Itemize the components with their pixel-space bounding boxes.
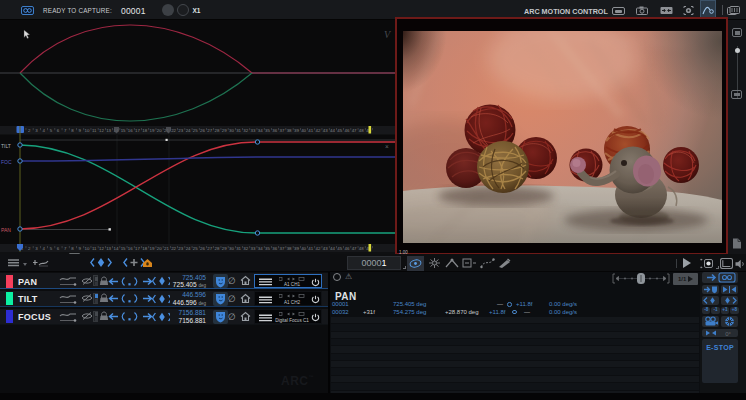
svg-text:28: 28 (214, 246, 219, 251)
svg-text:PAN: PAN (1, 227, 11, 233)
svg-text:38: 38 (287, 246, 292, 251)
svg-text:33: 33 (251, 128, 256, 133)
svg-text:44: 44 (330, 128, 335, 133)
svg-text:17: 17 (135, 246, 140, 251)
svg-text:23: 23 (178, 128, 183, 133)
svg-text:24: 24 (186, 128, 191, 133)
svg-text:10: 10 (85, 246, 90, 251)
svg-text:26: 26 (200, 246, 205, 251)
svg-text:39: 39 (294, 246, 299, 251)
svg-text:35: 35 (265, 128, 270, 133)
svg-text:42: 42 (316, 246, 321, 251)
svg-text:TILT: TILT (1, 143, 11, 149)
svg-text:23: 23 (178, 246, 183, 251)
svg-text:14: 14 (113, 246, 118, 251)
svg-text:24: 24 (186, 246, 191, 251)
svg-text:15: 15 (121, 128, 126, 133)
svg-text:46: 46 (344, 246, 349, 251)
svg-text:31: 31 (236, 246, 241, 251)
svg-text:27: 27 (207, 128, 212, 133)
svg-text:11: 11 (92, 128, 97, 133)
svg-text:43: 43 (323, 128, 328, 133)
svg-text:32: 32 (243, 246, 248, 251)
svg-text:15: 15 (121, 246, 126, 251)
svg-text:48: 48 (359, 128, 364, 133)
svg-text:48: 48 (359, 246, 364, 251)
svg-text:36: 36 (272, 246, 277, 251)
svg-text:36: 36 (272, 128, 277, 133)
svg-text:41: 41 (308, 246, 313, 251)
svg-text:FOC: FOC (1, 159, 12, 165)
svg-text:45: 45 (337, 246, 342, 251)
svg-text:10: 10 (85, 128, 90, 133)
svg-text:13: 13 (106, 128, 111, 133)
svg-text:13: 13 (106, 246, 111, 251)
svg-text:39: 39 (294, 128, 299, 133)
svg-text:42: 42 (316, 128, 321, 133)
svg-text:30: 30 (229, 128, 234, 133)
svg-text:30: 30 (229, 246, 234, 251)
svg-text:37: 37 (279, 246, 284, 251)
svg-text:37: 37 (279, 128, 284, 133)
svg-text:×: × (385, 143, 389, 150)
svg-text:20: 20 (157, 128, 162, 133)
svg-text:40: 40 (301, 128, 306, 133)
svg-text:47: 47 (352, 128, 357, 133)
svg-text:34: 34 (258, 128, 263, 133)
svg-text:25: 25 (193, 246, 198, 251)
svg-text:43: 43 (323, 246, 328, 251)
svg-text:27: 27 (207, 246, 212, 251)
svg-text:29: 29 (222, 128, 227, 133)
svg-text:18: 18 (142, 246, 147, 251)
svg-text:17: 17 (135, 128, 140, 133)
svg-text:12: 12 (99, 246, 104, 251)
svg-text:47: 47 (352, 246, 357, 251)
svg-text:26: 26 (200, 128, 205, 133)
svg-text:25: 25 (193, 128, 198, 133)
svg-text:22: 22 (171, 246, 176, 251)
svg-text:41: 41 (308, 128, 313, 133)
svg-text:16: 16 (128, 246, 133, 251)
svg-text:16: 16 (128, 128, 133, 133)
svg-text:22: 22 (171, 128, 176, 133)
svg-text:21: 21 (164, 246, 169, 251)
svg-text:28: 28 (214, 128, 219, 133)
svg-text:12: 12 (99, 128, 104, 133)
svg-text:44: 44 (330, 246, 335, 251)
svg-text:11: 11 (92, 246, 97, 251)
svg-text:35: 35 (265, 246, 270, 251)
svg-text:33: 33 (251, 246, 256, 251)
svg-text:46: 46 (344, 128, 349, 133)
svg-text:19: 19 (150, 128, 155, 133)
svg-text:0°: 0° (725, 330, 731, 336)
svg-text:32: 32 (243, 128, 248, 133)
svg-text:29: 29 (222, 246, 227, 251)
svg-text:38: 38 (287, 128, 292, 133)
svg-text:40: 40 (301, 246, 306, 251)
svg-text:19: 19 (150, 246, 155, 251)
svg-text:45: 45 (337, 128, 342, 133)
svg-text:34: 34 (258, 246, 263, 251)
svg-text:20: 20 (157, 246, 162, 251)
svg-text:18: 18 (142, 128, 147, 133)
svg-text:31: 31 (236, 128, 241, 133)
